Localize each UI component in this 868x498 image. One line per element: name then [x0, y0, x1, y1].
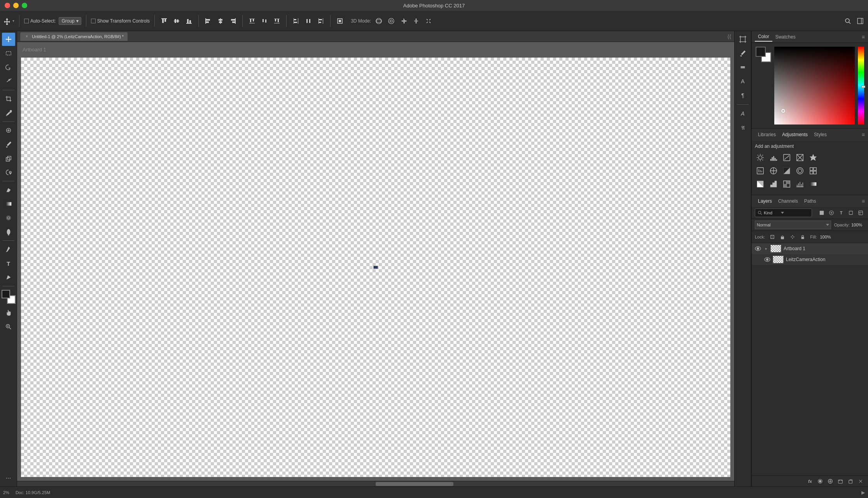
layer-filter-smart[interactable] [856, 209, 865, 217]
artboard-expand[interactable]: ▾ [763, 246, 768, 251]
tool-blur[interactable] [2, 211, 15, 224]
foreground-color[interactable] [756, 47, 766, 57]
h-scrollbar[interactable] [17, 481, 734, 486]
align-bottom-edges[interactable] [184, 16, 194, 26]
hue-strip[interactable] [858, 47, 864, 124]
align-left-edges[interactable] [203, 16, 213, 26]
leitz-visibility[interactable] [764, 256, 770, 263]
tool-healing-brush[interactable] [2, 124, 15, 137]
adjustments-tab[interactable]: Adjustments [779, 130, 811, 139]
distribute-top[interactable] [247, 16, 257, 26]
adj-invert[interactable] [755, 179, 766, 189]
new-fill-layer-button[interactable] [826, 477, 835, 486]
tool-eraser[interactable] [2, 183, 15, 196]
adj-black-white[interactable] [781, 165, 792, 176]
tab-close-icon[interactable]: × [24, 34, 30, 39]
tool-brush[interactable] [2, 138, 15, 151]
lock-all[interactable] [798, 233, 807, 241]
color-picker-dot[interactable] [781, 109, 785, 113]
tool-crop[interactable] [2, 92, 15, 105]
tool-path-selection[interactable] [2, 271, 15, 284]
minimize-button[interactable] [13, 3, 19, 8]
h-scrollbar-thumb[interactable] [376, 482, 453, 486]
adj-exposure[interactable] [794, 152, 805, 163]
hue-marker[interactable] [861, 86, 865, 88]
tool-lasso[interactable] [2, 61, 15, 74]
tool-right-text-b[interactable]: 𝔄 [736, 121, 749, 134]
tool-dodge[interactable] [2, 225, 15, 238]
3d-orbit[interactable] [374, 16, 383, 26]
layer-artboard-header[interactable]: ▾ Artboard 1 [752, 243, 868, 254]
color-tab[interactable]: Color [755, 32, 772, 42]
adj-posterize[interactable] [768, 179, 779, 189]
distribute-bottom[interactable] [272, 16, 282, 26]
tool-clone-stamp[interactable] [2, 152, 15, 165]
align-vertical-centers[interactable] [172, 16, 181, 26]
adj-hue-saturation[interactable] [755, 165, 766, 176]
transform-controls-item[interactable]: Show Transform Controls [91, 18, 150, 24]
lock-transparent[interactable] [768, 233, 777, 241]
distribute-horizontal[interactable] [304, 16, 313, 26]
3d-slide[interactable] [411, 16, 421, 26]
tool-eyedropper[interactable] [2, 106, 15, 119]
auto-select-checkbox[interactable]: Auto-Select: [24, 18, 56, 24]
hue-strip-container[interactable] [858, 47, 864, 124]
tool-right-4[interactable]: A [736, 75, 749, 88]
fill-value[interactable]: 100% [820, 235, 831, 239]
channels-tab[interactable]: Channels [775, 197, 801, 205]
distribute-right[interactable] [316, 16, 326, 26]
fg-bg-swatches[interactable] [756, 47, 771, 62]
color-spectrum[interactable] [774, 47, 855, 124]
foreground-color-swatch[interactable] [2, 290, 10, 298]
tool-history-brush[interactable] [2, 166, 15, 179]
panel-toggle[interactable] [856, 16, 865, 26]
adj-threshold[interactable] [781, 179, 792, 189]
status-expand-arrow[interactable]: ▶ [861, 490, 865, 495]
move-tool-indicator[interactable]: ▾ [3, 17, 14, 25]
add-mask-button[interactable] [816, 477, 824, 486]
adj-panel-collapse[interactable]: ≡ [862, 132, 865, 138]
layer-kind-search[interactable] [764, 210, 779, 215]
layers-panel-collapse[interactable]: ≡ [862, 198, 865, 204]
adj-channel-mixer[interactable] [808, 165, 819, 176]
align-horizontal-centers[interactable] [216, 16, 225, 26]
tool-gradient[interactable] [2, 197, 15, 210]
lock-position[interactable] [788, 233, 797, 241]
color-panel-collapse[interactable]: ≡ [862, 34, 865, 40]
adj-brightness[interactable] [755, 152, 766, 163]
styles-tab[interactable]: Styles [811, 130, 830, 139]
adj-vibrance[interactable] [808, 152, 819, 163]
libraries-tab[interactable]: Libraries [755, 130, 779, 139]
tool-move[interactable] [2, 33, 15, 46]
layer-filter-type[interactable]: T [837, 209, 845, 217]
tool-right-3[interactable] [736, 61, 749, 74]
layer-filter-adjustment[interactable] [827, 209, 836, 217]
tool-more[interactable]: ··· [2, 472, 15, 485]
tool-right-text-a[interactable]: A [736, 107, 749, 120]
adj-color-balance[interactable] [768, 165, 779, 176]
layers-tab[interactable]: Layers [755, 197, 775, 205]
opacity-value[interactable]: 100% [851, 223, 865, 227]
document-tab[interactable]: × Untitled-1 @ 2% (LeitzCameraAction, RG… [20, 32, 128, 41]
adj-levels[interactable] [768, 152, 779, 163]
status-arrow[interactable]: ▶ [861, 490, 865, 495]
adj-photo-filter[interactable] [794, 165, 805, 176]
fx-button[interactable]: fx [806, 477, 814, 486]
artboard-tool[interactable] [736, 33, 749, 46]
layer-leitz-header[interactable]: LeitzCameraAction [761, 254, 868, 265]
new-layer-button[interactable] [846, 477, 855, 486]
delete-layer-button[interactable] [856, 477, 865, 486]
lock-image[interactable] [778, 233, 787, 241]
adj-gradient-map[interactable] [808, 179, 819, 189]
layer-filter-shape[interactable] [847, 209, 855, 217]
tool-right-5[interactable]: ¶ [736, 89, 749, 102]
artboard-visibility[interactable] [755, 245, 761, 252]
new-group-button[interactable] [836, 477, 845, 486]
auto-select-dropdown[interactable]: Group ▾ [59, 17, 81, 25]
tool-hand[interactable] [2, 306, 15, 319]
collapse-panel-icon[interactable]: ⟨⟨ [727, 33, 731, 40]
distribute-left[interactable] [291, 16, 301, 26]
3d-roll[interactable] [387, 16, 396, 26]
brush-tool-right[interactable] [736, 47, 749, 60]
search-button[interactable] [843, 16, 852, 26]
